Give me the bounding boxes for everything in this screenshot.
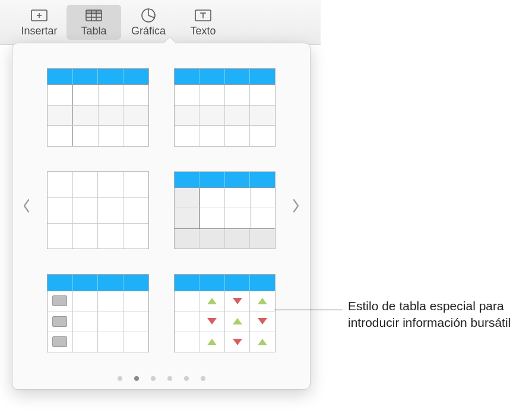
page-dot-2[interactable] (134, 376, 139, 381)
chart-button[interactable]: Gráfica (121, 5, 176, 40)
insert-button[interactable]: Insertar (12, 5, 66, 40)
table-styles-grid (36, 43, 286, 368)
table-style-1[interactable] (47, 68, 149, 147)
callout-leader-line (274, 310, 343, 310)
text-box-icon (193, 7, 213, 24)
svg-rect-8 (86, 10, 102, 14)
chart-label: Gráfica (131, 25, 166, 37)
insert-icon (29, 7, 49, 24)
text-label: Texto (190, 25, 216, 37)
page-dot-3[interactable] (151, 376, 156, 381)
toolbar: Insertar Tabla Gráfica (0, 0, 321, 45)
insert-label: Insertar (21, 25, 57, 37)
table-styles-popover (12, 43, 311, 390)
table-icon (84, 7, 104, 24)
prev-page-button[interactable] (16, 43, 36, 368)
page-dot-4[interactable] (167, 376, 172, 381)
table-style-5[interactable] (47, 274, 149, 352)
callout-text: Estilo de tabla especial para introducir… (348, 298, 520, 332)
table-style-3[interactable] (47, 171, 149, 250)
table-button[interactable]: Tabla (66, 5, 121, 40)
page-dot-5[interactable] (184, 376, 189, 381)
text-button[interactable]: Texto (176, 5, 230, 40)
page-dot-1[interactable] (118, 376, 122, 381)
table-style-4[interactable] (174, 171, 276, 250)
table-style-2[interactable] (174, 68, 276, 147)
pie-chart-icon (138, 7, 159, 24)
next-page-button[interactable] (286, 43, 306, 368)
popover-body (12, 43, 310, 368)
table-label: Tabla (81, 25, 106, 37)
page-indicator (12, 368, 310, 389)
popover-arrow (163, 37, 175, 43)
page-dot-6[interactable] (201, 376, 205, 381)
table-style-stock[interactable] (174, 274, 276, 352)
